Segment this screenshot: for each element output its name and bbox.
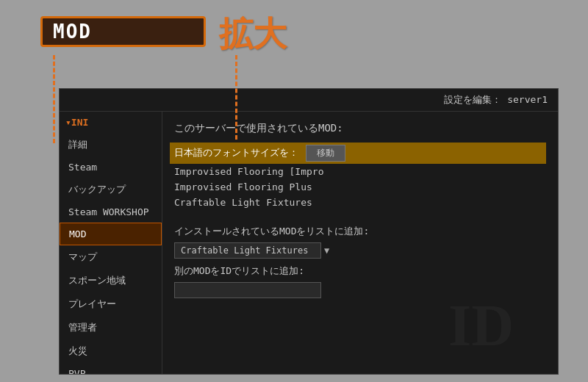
mod-list-item[interactable]: Craftable Light Fixtures <box>174 195 546 210</box>
kakudai-annotation: 拡大 <box>219 12 287 57</box>
sidebar: ▾INI詳細SteamバックアップSteam WORKSHOPMODマップスポー… <box>60 112 162 374</box>
watermark: ID <box>448 292 514 359</box>
header-bar: 設定を編集： server1 <box>60 89 558 112</box>
sidebar-item-pvp[interactable]: PVP <box>60 363 162 374</box>
install-section: インストールされているMODをリストに追加: Craftable Light F… <box>174 225 546 298</box>
sidebar-item-detail[interactable]: 詳細 <box>60 133 162 156</box>
dashed-line-right <box>235 55 237 140</box>
mod-list-item[interactable]: 日本語のフォントサイズを：移動 <box>170 143 546 164</box>
mod-highlight-box: MOD <box>40 16 206 47</box>
mod-dropdown[interactable]: Craftable Light Fixtures <box>174 242 321 259</box>
sidebar-item-fire[interactable]: 火災 <box>60 339 162 363</box>
sidebar-item-steam[interactable]: Steam <box>60 156 162 178</box>
add-installed-label: インストールされているMODをリストに追加: <box>174 225 546 238</box>
sidebar-item-steam-workshop[interactable]: Steam WORKSHOP <box>60 201 162 223</box>
sidebar-item-admin[interactable]: 管理者 <box>60 316 162 339</box>
mod-list-item[interactable]: Improvised Flooring [Impro <box>174 164 546 179</box>
sidebar-item-spawn[interactable]: スポーン地域 <box>60 269 162 292</box>
mod-highlight-label: MOD <box>53 21 92 43</box>
move-button[interactable]: 移動 <box>306 145 345 162</box>
sidebar-item-backup[interactable]: バックアップ <box>60 178 162 201</box>
main-panel: 設定を編集： server1 ▾INI詳細SteamバックアップSteam WO… <box>59 88 559 375</box>
mod-id-input[interactable] <box>174 282 321 298</box>
mod-list-item[interactable]: Improvised Flooring Plus <box>174 179 546 195</box>
dropdown-arrow-icon: ▼ <box>324 245 329 256</box>
add-by-id-label: 別のMODをIDでリストに追加: <box>174 264 546 278</box>
main-content: このサーバーで使用されているMOD: 日本語のフォントサイズを：移動Improv… <box>162 112 558 374</box>
install-dropdown-row: Craftable Light Fixtures ▼ <box>174 242 546 259</box>
dashed-line-left <box>53 55 55 143</box>
sidebar-item-map[interactable]: マップ <box>60 245 162 269</box>
mod-list: 日本語のフォントサイズを：移動Improvised Flooring [Impr… <box>174 143 546 210</box>
sidebar-item-mod[interactable]: MOD <box>60 223 162 245</box>
sidebar-item-ini[interactable]: ▾INI <box>60 112 162 133</box>
server-name: server1 <box>507 94 548 105</box>
settings-label: 設定を編集： <box>444 94 501 105</box>
content-area: ▾INI詳細SteamバックアップSteam WORKSHOPMODマップスポー… <box>60 112 558 374</box>
installed-mods-title: このサーバーで使用されているMOD: <box>174 122 546 135</box>
sidebar-item-player[interactable]: プレイヤー <box>60 292 162 316</box>
